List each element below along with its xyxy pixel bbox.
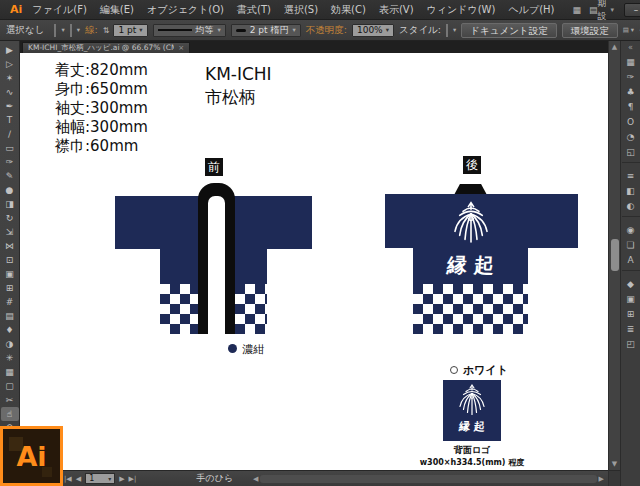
blob-brush-tool[interactable]: ● [1, 183, 19, 197]
bridge-icon[interactable]: ▦ [572, 5, 581, 15]
width-tool[interactable]: ⋈ [1, 239, 19, 253]
dock-panel-icon[interactable] [622, 162, 640, 167]
menu-item[interactable]: 効果(C) [331, 3, 366, 17]
perspective-grid-tool[interactable]: ⊞ [1, 281, 19, 295]
width-profile-dropdown[interactable]: 均等 ▾ [153, 24, 226, 37]
last-artboard-icon[interactable]: ▶| [129, 475, 137, 483]
transparency-panel-icon[interactable]: ◐ [623, 199, 639, 214]
next-artboard-icon[interactable]: ▶ [119, 475, 124, 483]
rotate-tool[interactable]: ↻ [1, 211, 19, 225]
artboard-tool[interactable]: ▢ [1, 379, 19, 393]
type-tool[interactable]: T [1, 113, 19, 127]
menu-item[interactable]: オブジェクト(O) [147, 3, 224, 17]
stroke-panel-icon[interactable]: ≡ [623, 169, 639, 184]
symbol-sprayer-tool[interactable]: ✳ [1, 351, 19, 365]
rectangle-tool[interactable]: ▭ [1, 141, 19, 155]
artboard-canvas[interactable]: 着丈:820mm身巾:650mm袖丈:300mm袖幅:300mm襟巾:60mm … [20, 53, 608, 470]
symbols-panel-icon[interactable]: ♣ [623, 85, 639, 100]
scroll-down-icon[interactable]: ▼ [612, 458, 617, 470]
swatches-panel-icon[interactable]: ▦ [623, 55, 639, 70]
menu-item[interactable]: 書式(T) [237, 3, 271, 17]
arrange-documents-icon[interactable]: ▤ [589, 5, 598, 15]
artboards-panel-icon[interactable]: ▣ [623, 292, 639, 307]
stroke-weight-caret-icon[interactable]: ▾ [139, 24, 142, 36]
selection-tool[interactable]: ▶ [1, 43, 19, 57]
style-swatch[interactable] [446, 24, 448, 37]
app-logo-icon: Ai [10, 3, 22, 16]
hand-tool[interactable]: ☝ [1, 407, 19, 421]
layers-panel-icon[interactable]: ◆ [623, 277, 639, 292]
control-more-caret-icon[interactable]: ▤ ▾ [623, 26, 634, 34]
graphic-styles-panel-icon[interactable]: ❏ [623, 238, 639, 253]
free-transform-tool[interactable]: ⊡ [1, 253, 19, 267]
direct-selection-tool[interactable]: ▷ [1, 57, 19, 71]
stroke-weight-field[interactable]: 1 pt ▾ [113, 24, 147, 37]
dock-panel-icon[interactable] [622, 216, 640, 221]
pathfinder-panel-icon[interactable]: ◰ [623, 337, 639, 352]
align-panel-icon[interactable]: ≣ [623, 322, 639, 337]
opentype-panel-icon[interactable]: O [623, 115, 639, 130]
brush-definition-dropdown[interactable]: 2 pt 楕円 ▾ [231, 24, 301, 37]
opacity-caret-icon[interactable]: ▾ [386, 24, 389, 36]
line-tool[interactable]: ∕ [1, 127, 19, 141]
stroke-caret-icon[interactable]: ▾ [77, 26, 80, 34]
paragraph-panel-icon[interactable]: ¶ [623, 100, 639, 115]
pencil-tool[interactable]: ✎ [1, 169, 19, 183]
shape-builder-tool[interactable]: ▣ [1, 267, 19, 281]
previous-artboard-icon[interactable]: ◀ [76, 475, 81, 483]
transform-panel-icon[interactable]: ⊞ [623, 307, 639, 322]
graph-tool[interactable]: ▦ [1, 365, 19, 379]
document-setup-button[interactable]: ドキュメント設定 [461, 23, 556, 38]
artboard-caret-icon[interactable]: ▾ [108, 475, 111, 482]
dock-panel-icon[interactable] [622, 270, 640, 275]
image-trace-panel-icon[interactable]: ◔ [623, 130, 639, 145]
scroll-left-icon[interactable]: ◀ [251, 475, 260, 483]
fill-caret-icon[interactable]: ▾ [61, 26, 64, 34]
fill-color-swatch[interactable] [54, 24, 56, 37]
gradient-tool[interactable]: ▤ [1, 309, 19, 323]
first-artboard-icon[interactable]: |◀ [64, 475, 72, 483]
workspace-caret-icon[interactable]: ▾ [610, 6, 614, 14]
vertical-scrollbar[interactable]: ▲ ▼ [608, 41, 620, 486]
menu-item[interactable]: ウィンドウ(W) [427, 3, 496, 17]
menu-item[interactable]: 表示(V) [379, 3, 414, 17]
blend-tool[interactable]: ◑ [1, 337, 19, 351]
back-print-text: 縁 起 [412, 252, 529, 279]
menu-item[interactable]: ヘルプ(H) [508, 3, 554, 17]
menu-item[interactable]: 編集(E) [100, 3, 134, 17]
opacity-label[interactable]: 不透明度: [306, 24, 347, 37]
stroke-weight-label[interactable]: 線: [85, 24, 98, 37]
vscroll-thumb[interactable] [611, 239, 619, 271]
preferences-button[interactable]: 環境設定 [562, 23, 618, 38]
pen-tool[interactable]: ✒ [1, 99, 19, 113]
eraser-tool[interactable]: ◨ [1, 197, 19, 211]
menu-item[interactable]: 選択(S) [284, 3, 318, 17]
slice-tool[interactable]: ✂ [1, 393, 19, 407]
dock-expand-icon[interactable]: « [628, 43, 633, 55]
artboard-number-field[interactable]: 1 ▾ [85, 473, 115, 484]
tab-close-icon[interactable]: × [178, 44, 184, 52]
document-tab[interactable]: KM-ICHI_市松柄_ハッピ.ai @ 66.67% (CMYK/プレビュー)… [22, 42, 190, 53]
stroke-stepper-icon[interactable]: ⇅ [103, 26, 109, 35]
scale-tool[interactable]: ⇲ [1, 225, 19, 239]
illustrator-app-icon: Ai [0, 426, 63, 486]
menu-item[interactable]: ファイル(F) [32, 3, 87, 17]
scroll-right-icon[interactable]: ▶ [597, 475, 606, 483]
gradient-panel-icon[interactable]: ◧ [623, 184, 639, 199]
horizontal-scrollbar[interactable]: ◀ ▶ [251, 473, 606, 485]
style-caret-icon[interactable]: ▾ [453, 26, 456, 34]
size-spec-line: 襟巾:60mm [55, 137, 148, 156]
lasso-tool[interactable]: ∿ [1, 85, 19, 99]
character-panel-icon[interactable]: A [623, 253, 639, 268]
flattener-panel-icon[interactable]: ◱ [623, 145, 639, 160]
scroll-up-icon[interactable]: ▲ [612, 41, 617, 53]
opacity-field[interactable]: 100% ▾ [352, 24, 394, 37]
brushes-panel-icon[interactable]: ✑ [623, 70, 639, 85]
mesh-tool[interactable]: # [1, 295, 19, 309]
stroke-color-swatch[interactable] [70, 24, 72, 37]
minimize-button[interactable]: – [624, 3, 640, 17]
eyedropper-tool[interactable]: ♦ [1, 323, 19, 337]
appearance-panel-icon[interactable]: ◉ [623, 223, 639, 238]
paintbrush-tool[interactable]: ✑ [1, 155, 19, 169]
magic-wand-tool[interactable]: ✶ [1, 71, 19, 85]
